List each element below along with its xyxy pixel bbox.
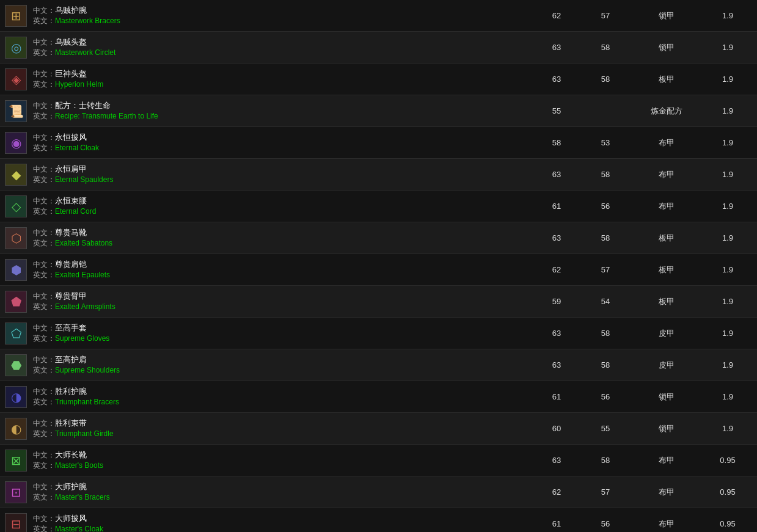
item-en-name: 英文：Exalted Sabatons bbox=[33, 238, 532, 249]
item-level: 58 bbox=[532, 138, 581, 147]
item-cn-name: 中文：胜利护腕 bbox=[33, 386, 532, 397]
item-level: 59 bbox=[532, 297, 581, 306]
item-req-level: 56 bbox=[581, 202, 630, 211]
item-en-name: 英文：Eternal Cord bbox=[33, 206, 532, 217]
item-level: 61 bbox=[532, 519, 581, 528]
item-req-level: 58 bbox=[581, 75, 630, 84]
item-icon: ⊟ bbox=[5, 513, 27, 533]
table-row[interactable]: ◆ 中文：永恒肩甲 英文：Eternal Spaulders 63 58 布甲 … bbox=[0, 159, 757, 191]
item-name-block: 中文：永恒披风 英文：Eternal Cloak bbox=[33, 132, 532, 153]
item-level: 61 bbox=[532, 202, 581, 211]
item-level: 62 bbox=[532, 265, 581, 274]
item-name-block: 中文：胜利护腕 英文：Triumphant Bracers bbox=[33, 386, 532, 407]
item-type: 布甲 bbox=[630, 519, 703, 530]
table-row[interactable]: ◉ 中文：永恒披风 英文：Eternal Cloak 58 53 布甲 1.9 bbox=[0, 127, 757, 159]
item-icon: ◐ bbox=[5, 418, 27, 440]
item-level: 60 bbox=[532, 424, 581, 433]
item-level: 63 bbox=[532, 456, 581, 465]
item-req-level: 58 bbox=[581, 233, 630, 242]
item-name-block: 中文：巨神头盔 英文：Hyperion Helm bbox=[33, 68, 532, 90]
item-ratio: 1.9 bbox=[703, 202, 752, 211]
table-row[interactable]: ⬢ 中文：尊贵肩铠 英文：Exalted Epaulets 62 57 板甲 1… bbox=[0, 254, 757, 286]
item-type: 锁甲 bbox=[630, 392, 703, 403]
item-en-name: 英文：Eternal Spaulders bbox=[33, 175, 532, 185]
table-row[interactable]: ⬠ 中文：至高手套 英文：Supreme Gloves 63 58 皮甲 1.9 bbox=[0, 318, 757, 349]
item-ratio: 1.9 bbox=[703, 170, 752, 179]
item-ratio: 1.9 bbox=[703, 265, 752, 274]
table-row[interactable]: ⊟ 中文：大师披风 英文：Master's Cloak 61 56 布甲 0.9… bbox=[0, 508, 757, 532]
item-name-block: 中文：大师护腕 英文：Master's Bracers bbox=[33, 481, 532, 503]
item-cn-name: 中文：尊贵肩铠 bbox=[33, 259, 532, 270]
item-en-name: 英文：Supreme Gloves bbox=[33, 333, 532, 344]
item-name-block: 中文：至高手套 英文：Supreme Gloves bbox=[33, 322, 532, 344]
item-name-block: 中文：乌贼护腕 英文：Masterwork Bracers bbox=[33, 5, 532, 26]
item-type: 锁甲 bbox=[630, 10, 703, 21]
item-ratio: 1.9 bbox=[703, 11, 752, 20]
item-icon: ⊠ bbox=[5, 450, 27, 472]
item-type: 布甲 bbox=[630, 455, 703, 466]
item-cn-name: 中文：胜利束带 bbox=[33, 418, 532, 429]
item-en-name: 英文：Masterwork Circlet bbox=[33, 48, 532, 58]
item-req-level: 56 bbox=[581, 519, 630, 528]
item-level: 63 bbox=[532, 329, 581, 338]
table-row[interactable]: ⬣ 中文：至高护肩 英文：Supreme Shoulders 63 58 皮甲 … bbox=[0, 349, 757, 381]
item-icon: 📜 bbox=[5, 100, 27, 122]
item-level: 61 bbox=[532, 392, 581, 401]
item-en-name: 英文：Eternal Cloak bbox=[33, 143, 532, 153]
item-ratio: 1.9 bbox=[703, 233, 752, 242]
item-en-name: 英文：Triumphant Bracers bbox=[33, 397, 532, 407]
item-cn-name: 中文：大师护腕 bbox=[33, 481, 532, 492]
item-cn-name: 中文：配方：士转生命 bbox=[33, 100, 532, 111]
item-type: 板甲 bbox=[630, 233, 703, 244]
item-req-level: 57 bbox=[581, 487, 630, 497]
table-row[interactable]: ⊡ 中文：大师护腕 英文：Master's Bracers 62 57 布甲 0… bbox=[0, 476, 757, 508]
item-req-level: 55 bbox=[581, 424, 630, 433]
table-row[interactable]: ⬟ 中文：尊贵臂甲 英文：Exalted Armsplints 59 54 板甲… bbox=[0, 286, 757, 318]
item-en-name: 英文：Exalted Armsplints bbox=[33, 302, 532, 312]
item-cn-name: 中文：永恒肩甲 bbox=[33, 164, 532, 175]
table-row[interactable]: ◎ 中文：乌贼头盔 英文：Masterwork Circlet 63 58 锁甲… bbox=[0, 32, 757, 64]
item-ratio: 0.95 bbox=[703, 456, 752, 465]
table-row[interactable]: ⬡ 中文：尊贵马靴 英文：Exalted Sabatons 63 58 板甲 1… bbox=[0, 222, 757, 254]
item-en-name: 英文：Recipe: Transmute Earth to Life bbox=[33, 111, 532, 122]
item-en-name: 英文：Masterwork Bracers bbox=[33, 16, 532, 26]
item-icon: ◆ bbox=[5, 164, 27, 186]
item-ratio: 0.95 bbox=[703, 519, 752, 528]
item-type: 布甲 bbox=[630, 169, 703, 180]
item-req-level: 53 bbox=[581, 138, 630, 147]
item-cn-name: 中文：乌贼护腕 bbox=[33, 5, 532, 16]
item-level: 63 bbox=[532, 360, 581, 370]
item-level: 62 bbox=[532, 11, 581, 20]
table-row[interactable]: ⊞ 中文：乌贼护腕 英文：Masterwork Bracers 62 57 锁甲… bbox=[0, 0, 757, 32]
item-name-block: 中文：尊贵马靴 英文：Exalted Sabatons bbox=[33, 227, 532, 249]
item-name-block: 中文：尊贵肩铠 英文：Exalted Epaulets bbox=[33, 259, 532, 280]
item-icon: ⬢ bbox=[5, 259, 27, 281]
item-name-block: 中文：至高护肩 英文：Supreme Shoulders bbox=[33, 354, 532, 376]
item-en-name: 英文：Exalted Epaulets bbox=[33, 270, 532, 280]
table-row[interactable]: ◐ 中文：胜利束带 英文：Triumphant Girdle 60 55 锁甲 … bbox=[0, 413, 757, 445]
table-row[interactable]: ◈ 中文：巨神头盔 英文：Hyperion Helm 63 58 板甲 1.9 bbox=[0, 64, 757, 95]
item-en-name: 英文：Master's Cloak bbox=[33, 524, 532, 532]
item-req-level: 58 bbox=[581, 170, 630, 179]
table-row[interactable]: ◇ 中文：永恒束腰 英文：Eternal Cord 61 56 布甲 1.9 bbox=[0, 191, 757, 222]
item-level: 55 bbox=[532, 106, 581, 115]
table-row[interactable]: ◑ 中文：胜利护腕 英文：Triumphant Bracers 61 56 锁甲… bbox=[0, 381, 757, 413]
item-name-block: 中文：大师长靴 英文：Master's Boots bbox=[33, 450, 532, 471]
item-icon: ◉ bbox=[5, 132, 27, 154]
item-type: 锁甲 bbox=[630, 42, 703, 53]
item-icon: ⬣ bbox=[5, 354, 27, 376]
item-cn-name: 中文：大师披风 bbox=[33, 513, 532, 524]
item-req-level: 57 bbox=[581, 265, 630, 274]
item-icon: ◇ bbox=[5, 195, 27, 217]
item-en-name: 英文：Hyperion Helm bbox=[33, 79, 532, 90]
item-ratio: 1.9 bbox=[703, 392, 752, 401]
table-row[interactable]: 📜 中文：配方：士转生命 英文：Recipe: Transmute Earth … bbox=[0, 95, 757, 127]
item-req-level: 58 bbox=[581, 456, 630, 465]
table-row[interactable]: ⊠ 中文：大师长靴 英文：Master's Boots 63 58 布甲 0.9… bbox=[0, 445, 757, 476]
item-cn-name: 中文：尊贵臂甲 bbox=[33, 291, 532, 302]
item-en-name: 英文：Supreme Shoulders bbox=[33, 365, 532, 376]
item-name-block: 中文：尊贵臂甲 英文：Exalted Armsplints bbox=[33, 291, 532, 312]
item-type: 布甲 bbox=[630, 487, 703, 498]
item-type: 板甲 bbox=[630, 296, 703, 307]
item-type: 布甲 bbox=[630, 137, 703, 148]
